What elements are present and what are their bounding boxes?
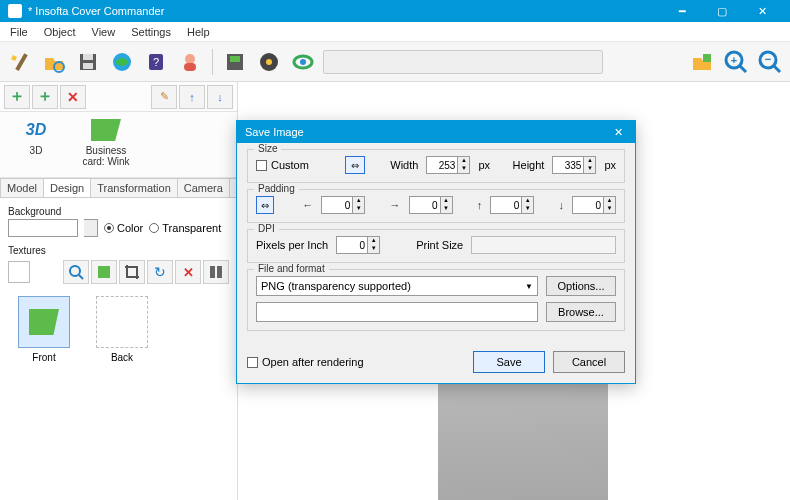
padding-bottom-spinner[interactable]: ▲▼ [604, 196, 616, 214]
dialog-close-button[interactable]: ✕ [609, 126, 627, 139]
texture-refresh-icon[interactable]: ↻ [147, 260, 173, 284]
edit-icon[interactable]: ✎ [151, 85, 177, 109]
minimize-button[interactable]: ━ [662, 0, 702, 22]
padding-top-spinner[interactable]: ▲▼ [522, 196, 534, 214]
wizard-icon[interactable] [6, 48, 34, 76]
width-unit: px [478, 159, 490, 171]
gallery-label: 3D [8, 146, 64, 157]
svg-text:?: ? [153, 56, 159, 68]
format-select[interactable]: PNG (transparency supported)▼ [256, 276, 538, 296]
width-spinner[interactable]: ▲▼ [458, 156, 470, 174]
background-label: Background [8, 206, 229, 217]
zoom-in-icon[interactable]: + [722, 48, 750, 76]
path-input[interactable] [256, 302, 538, 322]
add-object-alt-button[interactable]: ＋ [32, 85, 58, 109]
zoom-out-icon[interactable]: − [756, 48, 784, 76]
svg-line-22 [774, 66, 780, 72]
close-button[interactable]: ✕ [742, 0, 782, 22]
background-color-dropdown[interactable] [84, 219, 98, 237]
help-book-icon[interactable]: ? [142, 48, 170, 76]
tab-model[interactable]: Model [0, 178, 44, 197]
height-input[interactable] [552, 156, 584, 174]
texture-crop-icon[interactable] [119, 260, 145, 284]
tab-transformation[interactable]: Transformation [90, 178, 178, 197]
texture-thumb-front [18, 296, 70, 348]
menu-object[interactable]: Object [36, 24, 84, 40]
padding-right-input[interactable] [409, 196, 441, 214]
add-object-button[interactable]: ＋ [4, 85, 30, 109]
file-legend: File and format [254, 263, 329, 274]
menu-settings[interactable]: Settings [123, 24, 179, 40]
open-icon[interactable] [40, 48, 68, 76]
save-image-icon[interactable] [221, 48, 249, 76]
texture-list: Front Back [8, 290, 229, 369]
svg-text:−: − [765, 53, 771, 65]
tab-design[interactable]: Design [43, 178, 91, 197]
texture-item-front[interactable]: Front [14, 296, 74, 363]
svg-point-16 [300, 59, 306, 65]
texture-fill-icon[interactable] [91, 260, 117, 284]
menu-file[interactable]: File [2, 24, 36, 40]
browse-button[interactable]: Browse... [546, 302, 616, 322]
support-icon[interactable] [176, 48, 204, 76]
padding-right-spinner[interactable]: ▲▼ [441, 196, 453, 214]
menubar: File Object View Settings Help [0, 22, 790, 42]
padding-link-icon[interactable]: ⇔ [256, 196, 274, 214]
printsize-label: Print Size [416, 239, 463, 251]
gallery-thumb-card [89, 116, 123, 144]
menu-view[interactable]: View [84, 24, 124, 40]
options-button[interactable]: Options... [546, 276, 616, 296]
arrow-down-icon: ↓ [559, 199, 565, 211]
texture-delete-icon[interactable]: ✕ [175, 260, 201, 284]
svg-rect-0 [15, 53, 27, 71]
move-up-icon[interactable]: ↑ [179, 85, 205, 109]
ppi-spinner[interactable]: ▲▼ [368, 236, 380, 254]
height-spinner[interactable]: ▲▼ [584, 156, 596, 174]
svg-rect-10 [184, 63, 196, 71]
gallery-item-business-card[interactable]: Business card: Wink [78, 116, 134, 167]
padding-top-input[interactable] [490, 196, 522, 214]
radio-transparent[interactable]: Transparent [149, 222, 221, 234]
svg-point-14 [266, 59, 272, 65]
save-button[interactable]: Save [473, 351, 545, 373]
ppi-input[interactable] [336, 236, 368, 254]
padding-left-input[interactable] [321, 196, 353, 214]
padding-left-spinner[interactable]: ▲▼ [353, 196, 365, 214]
padding-bottom-input[interactable] [572, 196, 604, 214]
gallery-item-3d[interactable]: 3D 3D [8, 116, 64, 157]
size-link-icon[interactable]: ⇔ [345, 156, 365, 174]
svg-rect-28 [210, 266, 215, 278]
texture-browse-icon[interactable] [63, 260, 89, 284]
save-icon[interactable] [74, 48, 102, 76]
size-legend: Size [254, 143, 281, 154]
window-title: * Insofta Cover Commander [28, 5, 662, 17]
move-down-icon[interactable]: ↓ [207, 85, 233, 109]
width-input[interactable] [426, 156, 458, 174]
padding-group: Padding ⇔ ← ▲▼ → ▲▼ ↑ ▲▼ ↓ ▲▼ [247, 189, 625, 223]
background-color-swatch[interactable] [8, 219, 78, 237]
texture-item-back[interactable]: Back [92, 296, 152, 363]
gallery-thumb-3d: 3D [19, 116, 53, 144]
texture-thumb-back [96, 296, 148, 348]
radio-color[interactable]: Color [104, 222, 143, 234]
open-after-checkbox[interactable]: Open after rendering [247, 356, 364, 368]
save-image-dialog: Save Image ✕ Size Custom ⇔ Width ▲▼ px H… [236, 120, 636, 384]
layer-icon[interactable] [688, 48, 716, 76]
custom-checkbox[interactable]: Custom [256, 159, 309, 171]
film-icon[interactable] [255, 48, 283, 76]
globe-icon[interactable] [108, 48, 136, 76]
width-label: Width [390, 159, 418, 171]
tab-camera[interactable]: Camera [177, 178, 230, 197]
arrow-left-icon: ← [302, 199, 313, 211]
texture-swatch[interactable] [8, 261, 30, 283]
sidebar-toolbar: ＋ ＋ ✕ ✎ ↑ ↓ [0, 82, 237, 112]
texture-label: Front [14, 352, 74, 363]
texture-settings-icon[interactable] [203, 260, 229, 284]
toolbar-slot[interactable] [323, 50, 603, 74]
cancel-button[interactable]: Cancel [553, 351, 625, 373]
maximize-button[interactable]: ▢ [702, 0, 742, 22]
svg-rect-29 [217, 266, 222, 278]
preview-icon[interactable] [289, 48, 317, 76]
delete-object-button[interactable]: ✕ [60, 85, 86, 109]
menu-help[interactable]: Help [179, 24, 218, 40]
